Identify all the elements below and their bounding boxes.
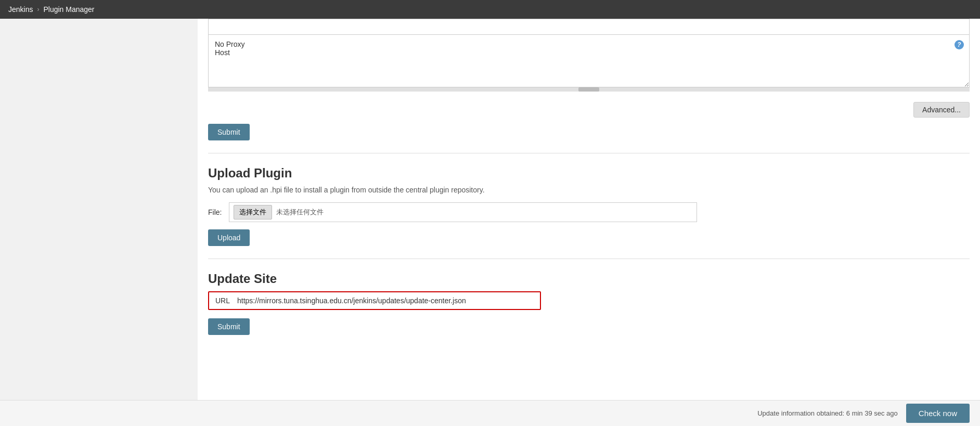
upload-button[interactable]: Upload: [208, 229, 250, 246]
top-placeholder: [208, 19, 970, 34]
upload-plugin-title: Upload Plugin: [208, 166, 970, 180]
url-input[interactable]: [237, 296, 534, 305]
file-input-container: 选择文件 未选择任何文件: [229, 202, 697, 222]
divider-2: [208, 259, 970, 259]
footer-status-text: Update information obtained: 6 min 39 se…: [757, 409, 898, 417]
header-bar: Jenkins › Plugin Manager: [0, 0, 980, 19]
update-site-title: Update Site: [208, 272, 970, 286]
file-row: File: 选择文件 未选择任何文件: [208, 202, 970, 222]
proxy-submit-button[interactable]: Submit: [208, 124, 250, 140]
update-site-submit-button[interactable]: Submit: [208, 318, 250, 335]
no-file-selected-text: 未选择任何文件: [276, 208, 324, 217]
url-label: URL: [215, 296, 230, 305]
divider-1: [208, 153, 970, 153]
url-row: URL: [208, 291, 541, 310]
content-area: No Proxy Host ? Advanced... Submit Uploa…: [198, 19, 980, 424]
proxy-host-section: No Proxy Host ?: [208, 34, 970, 92]
page-title: Plugin Manager: [43, 5, 94, 14]
proxy-host-textarea[interactable]: [266, 35, 969, 87]
breadcrumb-separator: ›: [37, 6, 39, 13]
scrollbar-area: [208, 87, 970, 92]
file-label: File:: [208, 208, 222, 216]
choose-file-button[interactable]: 选择文件: [234, 205, 272, 220]
jenkins-link[interactable]: Jenkins: [8, 5, 33, 14]
footer-bar: Update information obtained: 6 min 39 se…: [0, 400, 980, 426]
scrollbar-thumb: [578, 87, 599, 92]
proxy-host-label: No Proxy Host: [209, 35, 266, 62]
advanced-button[interactable]: Advanced...: [913, 102, 970, 118]
sidebar: [0, 19, 198, 424]
advanced-row: Advanced...: [208, 102, 970, 118]
proxy-row: No Proxy Host ?: [208, 34, 970, 87]
main-layout: No Proxy Host ? Advanced... Submit Uploa…: [0, 19, 980, 424]
upload-plugin-description: You can upload an .hpi file to install a…: [208, 186, 970, 194]
check-now-button[interactable]: Check now: [906, 404, 970, 423]
proxy-help-icon[interactable]: ?: [955, 40, 964, 49]
